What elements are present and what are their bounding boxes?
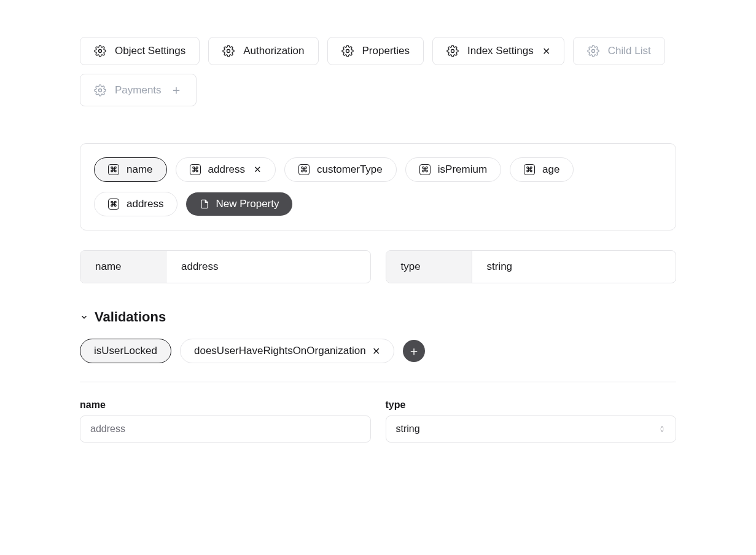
validation-pill-doesuserhaverights[interactable]: doesUserHaveRightsOnOrganization ✕: [180, 339, 394, 363]
tab-payments[interactable]: Payments ＋: [80, 74, 197, 106]
close-icon[interactable]: ✕: [372, 345, 380, 357]
tab-label: Properties: [362, 45, 410, 57]
field-type: type string: [386, 250, 677, 283]
gear-icon: [587, 45, 599, 57]
property-label: address: [208, 163, 245, 176]
property-label: name: [127, 163, 153, 176]
tab-child-list[interactable]: Child List: [573, 37, 665, 65]
svg-point-5: [99, 89, 102, 92]
field-name: name address: [80, 250, 371, 283]
plus-icon[interactable]: ＋: [170, 82, 182, 98]
new-property-button[interactable]: New Property: [186, 192, 292, 216]
sort-icon: [658, 424, 666, 434]
field-value: address: [166, 251, 370, 283]
name-input[interactable]: [80, 415, 371, 443]
field-label: name: [80, 251, 166, 283]
form-row: name type string: [80, 400, 676, 443]
gear-icon: [94, 84, 106, 96]
select-value: string: [396, 423, 420, 435]
property-label: age: [542, 163, 559, 176]
type-select[interactable]: string: [386, 415, 677, 443]
property-label: address: [127, 198, 163, 210]
section-title: Validations: [95, 309, 166, 325]
plus-icon: ＋: [408, 343, 420, 360]
property-pill-customertype[interactable]: ⌘ customerType: [284, 157, 397, 182]
close-icon[interactable]: ✕: [254, 164, 262, 175]
field-value: string: [472, 251, 676, 283]
command-icon: ⌘: [108, 199, 119, 210]
gear-icon: [94, 45, 106, 57]
form-group-name: name: [80, 400, 371, 443]
tab-properties[interactable]: Properties: [327, 37, 424, 65]
command-icon: ⌘: [419, 164, 431, 175]
tab-label: Authorization: [243, 45, 304, 57]
form-label: type: [386, 400, 677, 411]
property-label: customerType: [317, 163, 383, 176]
tab-authorization[interactable]: Authorization: [208, 37, 318, 65]
close-icon[interactable]: ✕: [542, 45, 550, 57]
property-pill-age[interactable]: ⌘ age: [510, 157, 574, 182]
svg-point-0: [99, 50, 102, 53]
document-icon: [200, 199, 209, 210]
property-pill-address-2[interactable]: ⌘ address: [94, 192, 177, 216]
svg-point-4: [591, 50, 594, 53]
fields-row: name address type string: [80, 250, 676, 283]
property-pill-ispremium[interactable]: ⌘ isPremium: [405, 157, 501, 182]
new-property-label: New Property: [216, 198, 279, 210]
property-label: isPremium: [438, 163, 487, 176]
command-icon: ⌘: [298, 164, 310, 175]
svg-point-2: [346, 50, 349, 53]
tab-label: Object Settings: [115, 45, 185, 57]
tab-object-settings[interactable]: Object Settings: [80, 37, 200, 65]
tab-label: Payments: [115, 84, 162, 96]
property-panel: ⌘ name ⌘ address ✕ ⌘ customerType ⌘ isPr…: [80, 143, 676, 230]
chevron-down-icon: [80, 313, 88, 321]
settings-tabs: Object Settings Authorization Properties…: [80, 37, 676, 106]
gear-icon: [222, 45, 235, 57]
form-group-type: type string: [386, 400, 677, 443]
gear-icon: [341, 45, 354, 57]
svg-point-1: [227, 50, 230, 53]
property-pill-address[interactable]: ⌘ address ✕: [176, 157, 276, 182]
tab-label: Child List: [608, 45, 651, 57]
command-icon: ⌘: [524, 164, 535, 175]
command-icon: ⌘: [108, 164, 119, 175]
tab-index-settings[interactable]: Index Settings ✕: [432, 37, 564, 65]
validation-label: isUserLocked: [94, 345, 157, 357]
validation-label: doesUserHaveRightsOnOrganization: [194, 345, 366, 357]
add-validation-button[interactable]: ＋: [403, 340, 425, 362]
form-label: name: [80, 400, 371, 411]
validations-header[interactable]: Validations: [80, 309, 676, 325]
svg-point-3: [451, 50, 454, 53]
gear-icon: [446, 45, 459, 57]
validation-pill-isuserlocked[interactable]: isUserLocked: [80, 339, 171, 363]
validations-row: isUserLocked doesUserHaveRightsOnOrganiz…: [80, 339, 676, 382]
field-label: type: [386, 251, 472, 283]
command-icon: ⌘: [190, 164, 201, 175]
tab-label: Index Settings: [467, 45, 534, 57]
property-pill-name[interactable]: ⌘ name: [94, 157, 167, 182]
